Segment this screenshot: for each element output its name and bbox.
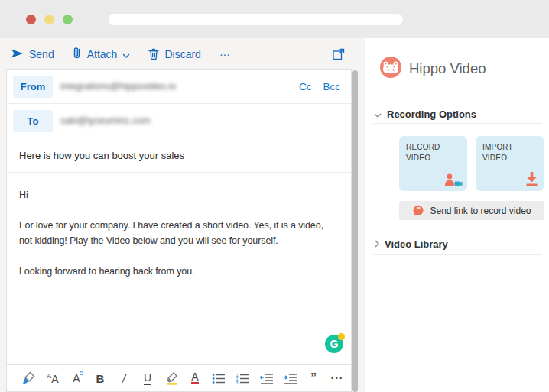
attach-button[interactable]: Attach xyxy=(73,47,131,62)
more-options-button[interactable]: ··· xyxy=(219,48,230,60)
formatting-toolbar: AA A B / U A xyxy=(7,364,351,391)
scrollbar[interactable] xyxy=(352,70,358,392)
addin-header: Hippo Video xyxy=(380,57,486,81)
increase-indent-icon[interactable] xyxy=(282,370,297,387)
addin-title: Hippo Video xyxy=(409,60,486,77)
paperclip-icon xyxy=(73,47,82,62)
scrollbar-thumb[interactable] xyxy=(352,70,358,392)
svg-text:”: ” xyxy=(416,206,421,214)
cc-button[interactable]: Cc xyxy=(299,81,312,92)
bold-button[interactable]: B xyxy=(93,370,108,387)
video-library-label: Video Library xyxy=(385,238,448,250)
divider xyxy=(373,123,542,124)
browser-chrome xyxy=(0,0,549,38)
record-video-card[interactable]: RECORD VIDEO xyxy=(399,136,467,191)
to-button[interactable]: To xyxy=(13,110,53,132)
italic-button[interactable]: / xyxy=(116,370,132,387)
popout-button[interactable] xyxy=(332,47,346,61)
send-button[interactable]: Send xyxy=(11,47,54,62)
speech-bubble-quote-icon: ” xyxy=(412,205,424,217)
underline-button[interactable]: U xyxy=(140,370,155,387)
format-more-button[interactable]: ··· xyxy=(330,370,345,387)
send-label: Send xyxy=(29,48,54,60)
window-close-icon[interactable] xyxy=(26,15,36,24)
format-painter-icon[interactable] xyxy=(21,370,37,387)
chevron-right-icon xyxy=(375,237,379,251)
discard-label: Discard xyxy=(164,48,200,60)
grammarly-notification-dot xyxy=(338,333,345,340)
to-address[interactable]: saki@lyceuminc.com xyxy=(60,115,151,126)
decrease-indent-icon[interactable] xyxy=(258,370,274,387)
video-library-section[interactable]: Video Library xyxy=(375,237,448,251)
import-video-label: IMPORT VIDEO xyxy=(476,136,521,164)
from-address[interactable]: integrations@hippovideo.io xyxy=(60,81,176,92)
import-video-card[interactable]: IMPORT VIDEO xyxy=(476,136,544,191)
font-color-button[interactable]: A xyxy=(187,370,203,387)
font-size-icon[interactable]: A xyxy=(69,370,84,387)
compose-card: From integrations@hippovideo.io Cc Bcc T… xyxy=(6,69,352,392)
discard-button[interactable]: Discard xyxy=(148,47,200,62)
divider xyxy=(373,254,542,255)
email-body-editor[interactable]: Hi For love for your company. I have cre… xyxy=(7,173,351,364)
recording-options-section[interactable]: Recording Options xyxy=(374,107,476,121)
send-link-to-record-button[interactable]: ” Send link to record video xyxy=(399,201,544,220)
record-video-label: RECORD VIDEO xyxy=(399,136,445,164)
body-greeting: Hi xyxy=(19,187,339,202)
bullet-list-icon[interactable] xyxy=(211,370,226,387)
compose-toolbar: Send Attach Discard ··· xyxy=(11,43,230,66)
record-person-camera-icon xyxy=(443,173,463,186)
attach-label: Attach xyxy=(87,48,118,60)
highlight-icon[interactable] xyxy=(164,370,179,387)
quote-button[interactable]: ” xyxy=(306,370,321,387)
from-row: From integrations@hippovideo.io Cc Bcc xyxy=(7,70,351,104)
body-paragraph: For love for your company. I have create… xyxy=(19,218,339,248)
numbered-list-icon[interactable]: 1 2 3 xyxy=(235,370,250,387)
bcc-button[interactable]: Bcc xyxy=(323,81,340,92)
font-icon[interactable]: AA xyxy=(45,370,60,387)
send-icon xyxy=(11,47,24,62)
hippo-video-addin-panel: Hippo Video Recording Options RECORD VID… xyxy=(365,38,549,392)
send-link-label: Send link to record video xyxy=(430,206,531,216)
trash-icon xyxy=(148,47,159,62)
import-download-icon xyxy=(525,171,539,186)
hippo-video-logo-icon xyxy=(380,57,401,81)
recording-options-label: Recording Options xyxy=(387,109,476,120)
compose-panel: Send Attach Discard ··· xyxy=(0,38,365,392)
chevron-down-icon xyxy=(374,107,382,121)
chevron-down-icon xyxy=(122,48,130,60)
to-row: To saki@lyceuminc.com xyxy=(7,104,351,138)
window-minimize-icon[interactable] xyxy=(44,15,54,24)
from-button[interactable]: From xyxy=(13,76,53,98)
address-bar[interactable] xyxy=(109,14,403,25)
subject-input[interactable]: Here is how you can boost your sales xyxy=(7,138,351,173)
svg-text:3: 3 xyxy=(236,381,239,384)
body-paragraph: Looking forward to hearing back from you… xyxy=(19,264,339,279)
grammarly-button[interactable]: G xyxy=(325,333,345,353)
window-maximize-icon[interactable] xyxy=(63,15,73,24)
